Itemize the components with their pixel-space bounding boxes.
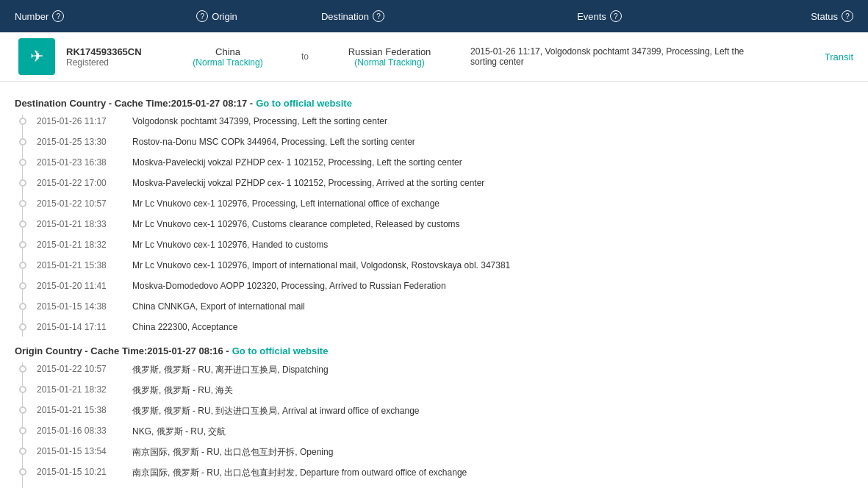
event-desc: NKG, 俄罗斯 - RU, 交航 (132, 424, 853, 438)
header-destination-col: Destination ? (272, 10, 434, 22)
event-date: 2015-01-14 17:11 (37, 320, 132, 332)
origin-label: Origin (212, 11, 237, 22)
header-origin-col: ? Origin (162, 10, 272, 22)
destination-events-container: 2015-01-26 11:17 Volgodonsk pochtamt 347… (37, 115, 853, 337)
plane-icon: ✈ (30, 47, 43, 66)
timeline-dot (19, 468, 26, 476)
timeline-item: 2015-01-16 08:33 NKG, 俄罗斯 - RU, 交航 (37, 424, 853, 440)
origin-official-link[interactable]: Go to official website (232, 345, 329, 356)
number-label: Number (15, 11, 49, 22)
event-date: 2015-01-22 17:00 (37, 176, 132, 188)
event-date: 2015-01-16 08:33 (37, 424, 132, 436)
timeline-item: 2015-01-15 10:21 南京国际, 俄罗斯 - RU, 出口总包直封封… (37, 465, 853, 481)
event-date: 2015-01-15 13:54 (37, 445, 132, 456)
timeline-dot (19, 138, 26, 146)
package-number-cell: RK174593365CN Registered (59, 46, 162, 68)
event-desc: Rostov-na-Donu MSC COPk 344964, Processi… (132, 135, 853, 147)
package-origin-cell: China (Normal Tracking) (162, 46, 294, 68)
timeline-item: 2015-01-15 14:38 China CNNKGA, Export of… (37, 300, 853, 316)
event-desc: Mr Lc Vnukovo cex-1 102976, Import of in… (132, 259, 853, 270)
timeline-dot (19, 365, 26, 373)
header-events-col: Events ? (434, 10, 765, 22)
timeline-dot (19, 303, 26, 310)
timeline-item: 2015-01-23 16:38 Moskva-Paveleckij vokza… (37, 156, 853, 172)
timeline-dot (19, 262, 26, 269)
event-desc: Volgodonsk pochtamt 347399, Processing, … (132, 115, 853, 126)
event-desc: China CNNKGA, Export of international ma… (132, 300, 853, 312)
destination-label: Destination (321, 11, 369, 22)
timeline-item: 2015-01-20 11:41 Moskva-Domodedovo AOPP … (37, 279, 853, 295)
timeline-item: 2015-01-22 17:00 Moskva-Paveleckij vokza… (37, 176, 853, 193)
timeline-item: 2015-01-14 17:11 China 222300, Acceptanc… (37, 320, 853, 337)
package-dest-cell: Russian Federation (Normal Tracking) (316, 46, 463, 68)
event-desc: 南京国际, 俄罗斯 - RU, 出口总包直封封发, Departure from… (132, 465, 853, 479)
package-row: ✈ RK174593365CN Registered China (Normal… (0, 32, 868, 82)
origin-header-text: Origin Country - Cache Time:2015-01-27 0… (15, 345, 229, 356)
event-desc: Mr Lc Vnukovo cex-1 102976, Customs clea… (132, 218, 853, 229)
destination-section-header: Destination Country - Cache Time:2015-01… (15, 98, 853, 109)
header-number-col: Number ? (15, 10, 162, 22)
timeline-dot (19, 427, 26, 434)
timeline-item: 2015-01-15 13:54 南京国际, 俄罗斯 - RU, 出口总包互封开… (37, 445, 853, 461)
package-type-label: Registered (66, 57, 162, 68)
timeline-dot (19, 448, 26, 455)
page-header: Number ? ? Origin Destination ? Events ?… (0, 0, 868, 32)
event-date: 2015-01-23 16:38 (37, 156, 132, 168)
origin-timeline: 2015-01-22 10:57 俄罗斯, 俄罗斯 - RU, 离开进口互换局,… (15, 362, 853, 488)
timeline-dot (19, 282, 26, 290)
to-arrow: to (294, 51, 316, 62)
origin-events-container: 2015-01-22 10:57 俄罗斯, 俄罗斯 - RU, 离开进口互换局,… (37, 362, 853, 488)
event-date: 2015-01-21 18:33 (37, 218, 132, 229)
timeline-item: 2015-01-21 15:38 Mr Lc Vnukovo cex-1 102… (37, 259, 853, 275)
destination-timeline: 2015-01-26 11:17 Volgodonsk pochtamt 347… (15, 115, 853, 337)
event-desc: 俄罗斯, 俄罗斯 - RU, 到达进口互换局, Arrival at inwar… (132, 403, 853, 417)
events-help-icon[interactable]: ? (610, 10, 622, 22)
event-desc: China 222300, Acceptance (132, 320, 853, 332)
origin-tracking-status: (Normal Tracking) (162, 57, 294, 68)
timeline-item: 2015-01-26 11:17 Volgodonsk pochtamt 347… (37, 115, 853, 131)
event-date: 2015-01-20 11:41 (37, 279, 132, 291)
content-area: Destination Country - Cache Time:2015-01… (0, 82, 868, 488)
tracking-number[interactable]: RK174593365CN (66, 46, 162, 57)
destination-official-link[interactable]: Go to official website (256, 98, 352, 109)
event-date: 2015-01-22 10:57 (37, 362, 132, 374)
status-help-icon[interactable]: ? (842, 10, 853, 22)
timeline-dot (19, 241, 26, 248)
event-date: 2015-01-22 10:57 (37, 197, 132, 209)
header-status-col: Status ? (765, 10, 853, 22)
timeline-item: 2015-01-25 13:30 Rostov-na-Donu MSC COPk… (37, 135, 853, 151)
package-latest-event: 2015-01-26 11:17, Volgodonsk pochtamt 34… (463, 46, 780, 67)
origin-help-icon[interactable]: ? (196, 10, 208, 22)
timeline-item: 2015-01-21 18:32 俄罗斯, 俄罗斯 - RU, 海关 (37, 383, 853, 399)
timeline-dot (19, 118, 26, 125)
destination-help-icon[interactable]: ? (373, 10, 384, 22)
event-desc: Mr Lc Vnukovo cex-1 102976, Handed to cu… (132, 238, 853, 250)
event-desc: 俄罗斯, 俄罗斯 - RU, 离开进口互换局, Dispatching (132, 362, 853, 376)
event-desc: Moskva-Paveleckij vokzal PZHDP cex- 1 10… (132, 176, 853, 188)
event-date: 2015-01-25 13:30 (37, 135, 132, 147)
event-date: 2015-01-15 14:38 (37, 300, 132, 312)
timeline-dot (19, 200, 26, 207)
event-date: 2015-01-21 15:38 (37, 259, 132, 270)
events-label: Events (577, 11, 606, 22)
event-date: 2015-01-15 10:21 (37, 465, 132, 477)
package-type-icon: ✈ (18, 38, 55, 75)
dest-country: Russian Federation (316, 46, 463, 57)
timeline-dot (19, 323, 26, 331)
event-date: 2015-01-21 18:32 (37, 383, 132, 395)
event-desc: 俄罗斯, 俄罗斯 - RU, 海关 (132, 383, 853, 397)
event-date: 2015-01-21 18:32 (37, 238, 132, 250)
timeline-item: 2015-01-21 15:38 俄罗斯, 俄罗斯 - RU, 到达进口互换局,… (37, 403, 853, 420)
number-help-icon[interactable]: ? (52, 10, 64, 22)
timeline-item: 2015-01-21 18:33 Mr Lc Vnukovo cex-1 102… (37, 218, 853, 234)
destination-header-text: Destination Country - Cache Time:2015-01… (15, 98, 253, 109)
event-date: 2015-01-26 11:17 (37, 115, 132, 126)
timeline-item: 2015-01-22 10:57 俄罗斯, 俄罗斯 - RU, 离开进口互换局,… (37, 362, 853, 378)
event-desc: Moskva-Paveleckij vokzal PZHDP cex- 1 10… (132, 156, 853, 168)
timeline-item: 2015-01-21 18:32 Mr Lc Vnukovo cex-1 102… (37, 238, 853, 254)
timeline-dot (19, 220, 26, 228)
timeline-item: 2015-01-22 10:57 Mr Lc Vnukovo cex-1 102… (37, 197, 853, 213)
event-desc: 南京国际, 俄罗斯 - RU, 出口总包互封开拆, Opening (132, 445, 853, 459)
event-desc: Mr Lc Vnukovo cex-1 102976, Processing, … (132, 197, 853, 209)
event-desc: Moskva-Domodedovo AOPP 102320, Processin… (132, 279, 853, 291)
